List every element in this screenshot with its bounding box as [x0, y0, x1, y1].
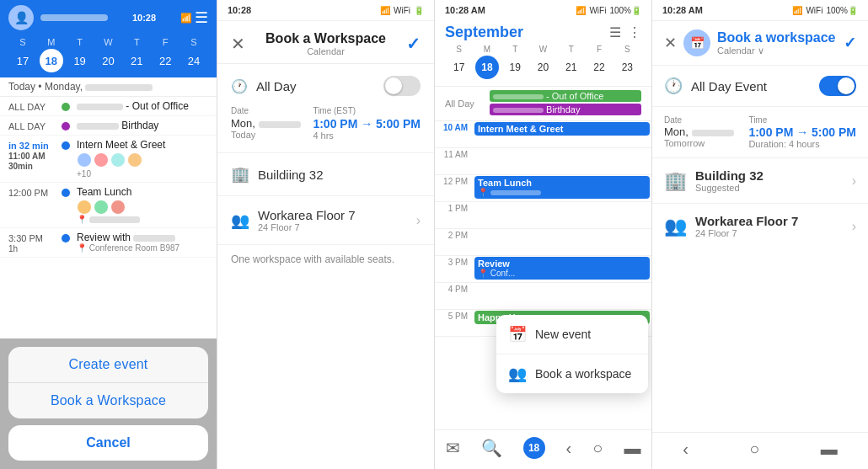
p3-month-name: September: [445, 24, 523, 41]
p1-weekday: T: [68, 37, 92, 47]
p1-date[interactable]: 19: [68, 49, 92, 72]
home-button[interactable]: ○: [592, 439, 603, 458]
event-title: Team Lunch: [77, 186, 208, 198]
p4-close-button[interactable]: ✕: [664, 34, 677, 52]
list-item[interactable]: ALL DAY - Out of Office: [0, 97, 217, 116]
p1-date[interactable]: 22: [153, 49, 177, 72]
new-event-option[interactable]: 📅 New event: [496, 315, 648, 354]
p4-workspace-section[interactable]: 👥 Workarea Floor 7 24 Floor 7 ›: [652, 204, 868, 248]
p1-menu-icon[interactable]: ☰: [195, 8, 208, 27]
p4-time-label: Time: [748, 115, 856, 125]
p1-date[interactable]: 20: [96, 49, 120, 72]
p2-allday-label: All Day: [256, 79, 297, 93]
p4-workspace-name: Workarea Floor 7: [695, 214, 798, 228]
p2-confirm-button[interactable]: ✓: [406, 34, 421, 54]
event-time: ALL DAY: [8, 102, 55, 112]
book-workspace-option[interactable]: 👥 Book a workspace: [496, 354, 648, 393]
p4-date-value: Mon,: [664, 125, 734, 138]
book-workspace-button[interactable]: Book a Workspace: [8, 383, 208, 418]
panel-book-workspace: 10:28 📶 WiFi 🔋 ✕ Book a Workspace Calend…: [217, 0, 435, 469]
hour-row: 4 PM: [435, 283, 651, 310]
hour-row: 12 PM Team Lunch 📍: [435, 175, 651, 202]
hour-row: 1 PM: [435, 202, 651, 229]
clock-icon: 🕐: [664, 77, 683, 95]
p3-menu-icon[interactable]: ⋮: [628, 24, 641, 40]
p4-title: Book a workspace: [717, 30, 837, 45]
p2-hint-text: One workspace with available seats.: [217, 245, 434, 274]
event-sub: 📍 Conference Room B987: [77, 243, 208, 253]
p3-grid-icon[interactable]: ☰: [609, 24, 621, 40]
event-title: Intern Meet & Greet: [77, 139, 208, 151]
p4-subtitle[interactable]: Calendar ∨: [717, 45, 837, 56]
p1-weekday: S: [11, 37, 35, 47]
create-event-button[interactable]: Create event: [8, 347, 208, 383]
clock-icon: 🕐: [231, 78, 248, 94]
p3-allday-row: All Day - Out of Office Birthday: [435, 87, 651, 121]
menu-button[interactable]: ▬: [624, 439, 640, 458]
event-count: +10: [77, 169, 208, 179]
chevron-right-icon: ›: [416, 213, 421, 228]
p4-building-section[interactable]: 🏢 Building 32 Suggested ›: [652, 158, 868, 204]
mail-icon[interactable]: ✉: [446, 438, 460, 458]
p4-title-bar: ✕ 📅 Book a workspace Calendar ∨ ✓: [652, 21, 868, 66]
allday-event[interactable]: - Out of Office: [490, 90, 641, 102]
event-time: in 32 min11:00 AM30min: [8, 141, 55, 171]
allday-event[interactable]: Birthday: [490, 104, 641, 115]
hour-row: 2 PM: [435, 229, 651, 256]
event-title: Birthday: [77, 120, 208, 131]
p2-date-value: Mon,: [231, 117, 301, 130]
cancel-button[interactable]: Cancel: [8, 425, 208, 461]
list-item[interactable]: 12:00 PM Team Lunch 📍: [0, 183, 217, 228]
p4-time-value: 1:00 PM → 5:00 PM: [748, 125, 856, 139]
p4-allday-toggle[interactable]: [819, 76, 856, 96]
p1-status-icons: 📶 ☰: [180, 8, 208, 27]
list-item[interactable]: in 32 min11:00 AM30min Intern Meet & Gre…: [0, 136, 217, 183]
p4-confirm-button[interactable]: ✓: [844, 34, 856, 52]
list-item[interactable]: ALL DAY Birthday: [0, 116, 217, 136]
p4-workspace-sub: 24 Floor 7: [695, 228, 798, 238]
p1-avatar[interactable]: 👤: [8, 5, 34, 30]
calendar-event[interactable]: Team Lunch 📍: [474, 176, 650, 199]
p3-time: 10:28 AM: [445, 5, 485, 15]
calendar-event[interactable]: Intern Meet & Greet: [474, 122, 650, 136]
p2-allday-section: 🕐 All Day Date Mon, Today Time (EST) 1:0…: [217, 64, 434, 153]
p2-title-block: Book a Workspace Calendar: [245, 31, 406, 56]
p2-date-label: Date: [231, 106, 301, 115]
p1-name-blurred: [40, 14, 108, 21]
p3-status-bar: 10:28 AM 📶 WiFi 100%🔋: [435, 0, 651, 20]
p3-bottom-nav: ✉ 🔍 18 ‹ ○ ▬: [435, 429, 651, 469]
event-time: ALL DAY: [8, 121, 55, 131]
calendar-event[interactable]: Review 📍 Conf...: [474, 257, 650, 280]
panel-calendar-list: 👤 10:28 📶 ☰ S M T W T F S 17 18 19 20 21…: [0, 0, 217, 469]
search-icon[interactable]: 🔍: [481, 438, 502, 458]
p4-bottom-nav: ‹ ○ ▬: [652, 432, 868, 469]
menu-button[interactable]: ▬: [821, 440, 838, 459]
p1-date-active[interactable]: 18: [40, 49, 63, 72]
p1-today-label: Today • Monday,: [0, 77, 217, 97]
p2-close-button[interactable]: ✕: [231, 34, 245, 54]
hour-row: 3 PM Review 📍 Conf...: [435, 256, 651, 283]
event-time: 3:30 PM1h: [8, 233, 55, 253]
panel-book-workspace-detail: 10:28 AM 📶 WiFi 100%🔋 ✕ 📅 Book a workspa…: [652, 0, 868, 469]
calendar-badge[interactable]: 18: [523, 437, 545, 459]
p2-workspace-section[interactable]: 👥 Workarea Floor 7 24 Floor 7 ›: [217, 196, 434, 245]
p4-building-name: Building 32: [695, 168, 764, 183]
p1-events-list: ALL DAY - Out of Office ALL DAY Birthday…: [0, 97, 217, 341]
p1-modal-cancel: Cancel: [8, 425, 208, 461]
p2-building-label: Buildiing 32: [258, 168, 324, 182]
building-icon: 🏢: [231, 165, 249, 184]
chevron-right-icon: ›: [852, 219, 856, 234]
p2-date-sub: Today: [231, 130, 301, 140]
p1-weekday: W: [96, 37, 120, 47]
list-item[interactable]: 3:30 PM1h Review with 📍 Conference Room …: [0, 228, 217, 258]
p1-date[interactable]: 21: [125, 49, 148, 72]
p2-allday-toggle[interactable]: [383, 76, 421, 96]
home-button[interactable]: ○: [749, 440, 759, 459]
back-button[interactable]: ‹: [683, 440, 689, 459]
event-time: 12:00 PM: [8, 188, 55, 198]
back-button[interactable]: ‹: [566, 439, 572, 458]
p4-status-bar: 10:28 AM 📶 WiFi 100%🔋: [652, 0, 868, 21]
p1-date[interactable]: 24: [182, 49, 206, 72]
p1-date[interactable]: 17: [11, 49, 35, 72]
p1-weekday: T: [125, 37, 148, 47]
